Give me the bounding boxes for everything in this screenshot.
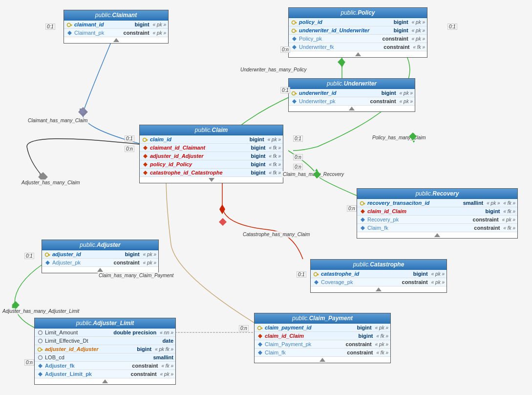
- diamond-red-icon: [359, 208, 366, 215]
- diamond-catastrophe-claim: [218, 218, 227, 227]
- relation-policy-claim: Policy_has_many_Claim: [371, 134, 427, 141]
- field-catastrophe-id: catastrophe_id bigint « pk »: [311, 270, 447, 278]
- diamond-blue-icon: [359, 224, 366, 231]
- svg-rect-8: [70, 24, 72, 25]
- svg-marker-60: [313, 171, 321, 178]
- key-icon: [37, 346, 43, 352]
- entity-adjuster: public.Adjuster adjuster_id bigint « pk …: [42, 240, 159, 273]
- key-icon: [359, 199, 366, 206]
- entity-catastrophe-header: public.Catastrophe: [311, 260, 447, 270]
- entity-claim-header: public.Claim: [140, 125, 283, 135]
- entity-adjuster-limit-footer: [35, 378, 175, 384]
- svg-marker-57: [258, 351, 262, 355]
- circle-gray-icon: [37, 329, 43, 336]
- svg-point-11: [292, 21, 295, 24]
- field-adjuster-limit-pk: Adjuster_Limit_pk constraint « pk »: [35, 370, 175, 378]
- expand-icon: [113, 38, 119, 42]
- circle-gray-icon: [37, 354, 43, 361]
- svg-rect-42: [318, 274, 319, 275]
- field-policy-id-claim: policy_id_Policy bigint « fk »: [140, 160, 283, 169]
- cardinality-7: 0:1: [293, 135, 303, 142]
- field-claimant-id-claim: claimant_id_Claimant bigint « fk »: [140, 144, 283, 152]
- svg-marker-22: [292, 99, 297, 104]
- svg-point-52: [257, 326, 261, 329]
- svg-rect-25: [147, 140, 148, 141]
- svg-marker-17: [292, 37, 297, 41]
- svg-rect-24: [146, 139, 148, 140]
- field-claim-payment-id: claim_payment_id bigint « pk »: [255, 324, 390, 332]
- diamond-red-icon: [142, 161, 149, 168]
- field-policy-id: policy_id bigint « pk »: [289, 18, 427, 26]
- entity-recovery: public.Recovery recovery_transaciton_id …: [357, 188, 518, 239]
- expand-icon: [319, 358, 325, 362]
- entity-claim-payment-header: public.Claim_Payment: [255, 313, 390, 324]
- field-coverage-pk: Coverage_pk constraint « pk »: [311, 278, 447, 286]
- entity-claimant: public.Claimant claimant_id bigint « pk …: [64, 10, 169, 44]
- diamond-policy-claim: [408, 132, 417, 142]
- diamond-blue-icon: [37, 371, 43, 377]
- svg-rect-13: [296, 22, 297, 23]
- svg-marker-35: [361, 226, 365, 230]
- diamond-blue-icon: [256, 349, 263, 356]
- entity-claim-payment: public.Claim_Payment claim_payment_id bi…: [254, 313, 391, 363]
- svg-marker-56: [258, 342, 262, 347]
- entity-recovery-header: public.Recovery: [357, 189, 517, 199]
- svg-marker-26: [143, 146, 148, 150]
- key-icon: [66, 21, 73, 28]
- entity-claimant-footer: [64, 37, 168, 43]
- svg-rect-15: [295, 30, 297, 31]
- svg-marker-33: [361, 209, 365, 214]
- svg-marker-10: [67, 31, 72, 35]
- field-underwriter-id: underwriter_id_Underwriter bigint « pk »: [289, 26, 427, 35]
- svg-rect-16: [296, 31, 297, 31]
- cardinality-6: 0:n: [125, 146, 134, 152]
- svg-rect-38: [49, 255, 50, 256]
- cardinality-11: 0:1: [24, 253, 34, 259]
- cardinality-9: 0:n: [293, 164, 303, 170]
- entity-policy-footer: [289, 51, 427, 57]
- entity-claim: public.Claim claim_id bigint « pk » clai…: [139, 125, 283, 183]
- cardinality-14: 0:n: [24, 359, 34, 366]
- relation-catastrophe-claim: Catastrophe_has_many_Claim: [242, 231, 311, 238]
- svg-point-14: [292, 29, 295, 32]
- diamond-blue-icon: [291, 98, 298, 105]
- svg-point-44: [38, 330, 42, 334]
- connector-claimant: [78, 107, 86, 116]
- field-catastrophe-id-claim: catastrophe_id_Catastrophe bigint « fk »: [140, 169, 283, 177]
- entity-claim-payment-footer: [255, 357, 390, 363]
- field-claim-id-recovery: claim_id_Claim bigint « fk »: [357, 207, 517, 216]
- field-claim-fk-recovery: Claim_fk constraint « fk »: [357, 224, 517, 232]
- diamond-adjuster-limit: [11, 301, 20, 310]
- field-underwriter-pk: Underwriter_pk constraint « pk »: [289, 97, 415, 106]
- svg-rect-54: [261, 328, 262, 329]
- relation-underwriter-policy: Underwriter_has_many_Policy: [239, 66, 308, 73]
- diamond-red-icon: [142, 144, 149, 151]
- key-icon: [142, 136, 149, 143]
- field-policy-pk: Policy_pk constraint « pk »: [289, 35, 427, 43]
- key-icon: [256, 324, 263, 331]
- field-adjuster-id-claim: adjuster_id_Adjuster bigint « fk »: [140, 152, 283, 160]
- entity-catastrophe-footer: [311, 286, 447, 292]
- svg-point-19: [292, 91, 295, 95]
- svg-rect-32: [364, 203, 365, 204]
- diamond-red-icon: [142, 153, 149, 159]
- expand-icon: [355, 52, 361, 56]
- svg-marker-28: [143, 162, 148, 167]
- field-claim-id: claim_id bigint « pk »: [140, 135, 283, 144]
- svg-rect-21: [296, 93, 297, 94]
- svg-marker-39: [45, 261, 50, 265]
- diamond-blue-icon: [44, 259, 51, 266]
- svg-rect-63: [40, 174, 44, 178]
- svg-marker-34: [361, 218, 365, 222]
- field-claim-payment-pk: Claim_Payment_pk constraint « pk »: [255, 340, 390, 349]
- diamond-claim-recovery: [313, 170, 321, 180]
- diamond-blue-icon: [291, 44, 298, 50]
- entity-claim-footer: [140, 177, 283, 183]
- svg-marker-18: [292, 45, 297, 49]
- svg-rect-47: [41, 349, 43, 350]
- cardinality-4: 0:1: [280, 87, 290, 93]
- svg-rect-48: [42, 350, 43, 351]
- svg-rect-41: [317, 274, 319, 275]
- svg-marker-59: [409, 132, 417, 140]
- field-adjuster-fk: Adjuster_fk constraint « fk »: [35, 362, 175, 370]
